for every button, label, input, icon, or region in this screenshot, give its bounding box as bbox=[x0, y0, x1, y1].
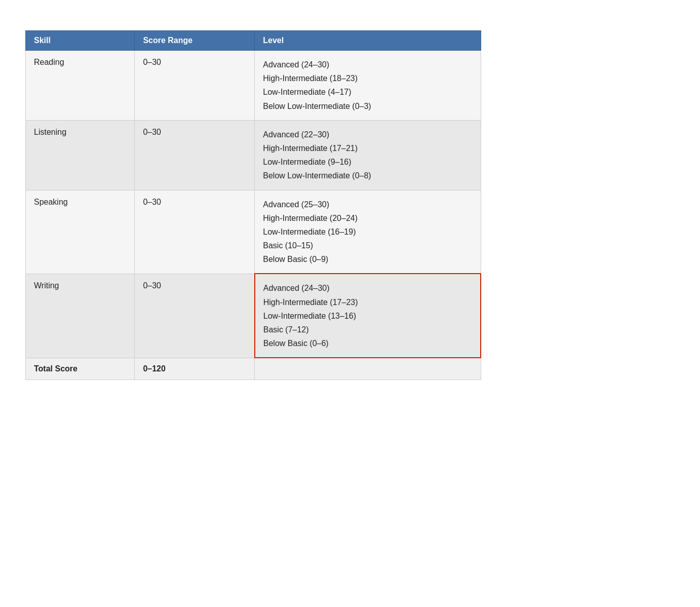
level-item: Below Low-Intermediate (0–3) bbox=[263, 99, 472, 113]
level-item: Low-Intermediate (16–19) bbox=[263, 225, 472, 239]
level-item: High-Intermediate (17–23) bbox=[263, 295, 472, 309]
level-item: High-Intermediate (18–23) bbox=[263, 71, 472, 85]
level-item: High-Intermediate (17–21) bbox=[263, 141, 472, 155]
score-scales-table: Skill Score Range Level Reading0–30Advan… bbox=[25, 30, 481, 380]
skill-cell: Speaking bbox=[26, 190, 135, 274]
level-item: Advanced (25–30) bbox=[263, 198, 472, 211]
table-header: Skill Score Range Level bbox=[26, 31, 481, 51]
table-footer: Total Score 0–120 bbox=[26, 358, 481, 380]
footer-row: Total Score 0–120 bbox=[26, 358, 481, 380]
footer-score-range: 0–120 bbox=[135, 358, 255, 380]
level-item: Advanced (24–30) bbox=[263, 281, 472, 295]
score-range-cell: 0–30 bbox=[135, 51, 255, 121]
level-list: Advanced (24–30)High-Intermediate (17–23… bbox=[263, 281, 472, 350]
level-item: Low-Intermediate (4–17) bbox=[263, 85, 472, 99]
level-list: Advanced (22–30)High-Intermediate (17–21… bbox=[263, 128, 472, 183]
level-cell: Advanced (24–30)High-Intermediate (18–23… bbox=[255, 51, 481, 121]
level-item: Advanced (22–30) bbox=[263, 128, 472, 141]
level-list: Advanced (25–30)High-Intermediate (20–24… bbox=[263, 198, 472, 267]
skill-cell: Reading bbox=[26, 51, 135, 121]
footer-skill: Total Score bbox=[26, 358, 135, 380]
level-item: Below Basic (0–9) bbox=[263, 252, 472, 266]
table-row: Reading0–30Advanced (24–30)High-Intermed… bbox=[26, 51, 481, 121]
level-cell: Advanced (25–30)High-Intermediate (20–24… bbox=[255, 190, 481, 274]
score-range-cell: 0–30 bbox=[135, 190, 255, 274]
header-score-range: Score Range bbox=[135, 31, 255, 51]
level-item: Low-Intermediate (13–16) bbox=[263, 309, 472, 323]
level-item: High-Intermediate (20–24) bbox=[263, 211, 472, 225]
level-item: Basic (10–15) bbox=[263, 239, 472, 252]
level-cell: Advanced (22–30)High-Intermediate (17–21… bbox=[255, 120, 481, 190]
table-row: Writing0–30Advanced (24–30)High-Intermed… bbox=[26, 274, 481, 358]
header-skill: Skill bbox=[26, 31, 135, 51]
score-range-cell: 0–30 bbox=[135, 274, 255, 358]
level-item: Low-Intermediate (9–16) bbox=[263, 155, 472, 169]
level-cell: Advanced (24–30)High-Intermediate (17–23… bbox=[255, 274, 481, 358]
footer-level bbox=[255, 358, 481, 380]
score-range-cell: 0–30 bbox=[135, 120, 255, 190]
level-list: Advanced (24–30)High-Intermediate (18–23… bbox=[263, 58, 472, 113]
table-row: Speaking0–30Advanced (25–30)High-Interme… bbox=[26, 190, 481, 274]
skill-cell: Listening bbox=[26, 120, 135, 190]
level-item: Advanced (24–30) bbox=[263, 58, 472, 71]
table-body: Reading0–30Advanced (24–30)High-Intermed… bbox=[26, 51, 481, 358]
header-level: Level bbox=[255, 31, 481, 51]
skill-cell: Writing bbox=[26, 274, 135, 358]
header-row: Skill Score Range Level bbox=[26, 31, 481, 51]
table-row: Listening0–30Advanced (22–30)High-Interm… bbox=[26, 120, 481, 190]
level-item: Below Basic (0–6) bbox=[263, 336, 472, 350]
level-item: Below Low-Intermediate (0–8) bbox=[263, 169, 472, 182]
level-item: Basic (7–12) bbox=[263, 323, 472, 336]
